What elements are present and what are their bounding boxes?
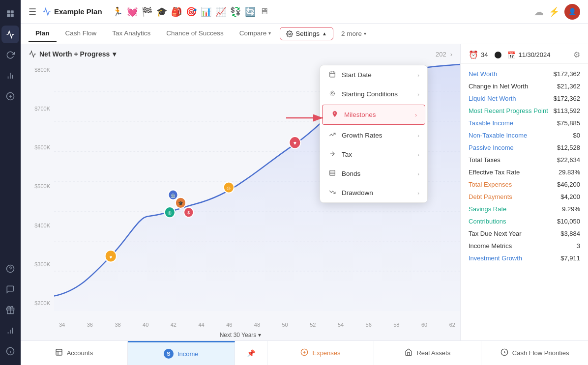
- metric-income-metrics: Income Metrics 3: [461, 240, 588, 252]
- svg-rect-53: [56, 349, 62, 355]
- dropdown-growth-rates[interactable]: Growth Rates ›: [320, 126, 427, 145]
- bottom-tab-expenses[interactable]: Expenses: [267, 341, 375, 365]
- tab-compare[interactable]: Compare ▾: [233, 26, 278, 42]
- metric-change-net-worth: Change in Net Worth $21,362: [461, 80, 588, 92]
- nav-icon-monitor[interactable]: 🖥: [260, 6, 268, 17]
- dropdown-start-date[interactable]: Start Date ›: [320, 65, 427, 84]
- nav-icon-refresh[interactable]: 🔄: [245, 6, 256, 17]
- metric-value-debt: $4,200: [560, 193, 580, 200]
- svg-text:◎: ◎: [168, 210, 172, 215]
- cloud-icon[interactable]: ☁: [534, 6, 544, 18]
- milestones-arrow: ›: [415, 112, 417, 118]
- nav-icon-bag[interactable]: 🎒: [171, 6, 182, 17]
- sidebar-refresh[interactable]: [1, 46, 19, 64]
- cashflow-priorities-label: Cash Flow Priorities: [512, 349, 569, 357]
- dropdown-bonds[interactable]: Bonds ›: [320, 164, 427, 183]
- x-label-62: 62: [449, 322, 455, 328]
- tab-tax[interactable]: Tax Analytics: [105, 26, 157, 42]
- chart-dropdown-arrow[interactable]: ▾: [113, 50, 116, 58]
- x-label-48: 48: [254, 322, 260, 328]
- sidebar-info[interactable]: [1, 342, 19, 360]
- accounts-icon: [55, 348, 63, 358]
- bottom-tab-cashflow-priorities[interactable]: Cash Flow Priorities: [481, 341, 588, 365]
- nav-icon-person[interactable]: 🏃: [112, 6, 123, 17]
- lightning-icon[interactable]: ⚡: [549, 6, 559, 17]
- svg-rect-3: [11, 14, 14, 17]
- y-label-600k: $600K: [21, 144, 50, 150]
- sidebar-home[interactable]: [1, 5, 19, 23]
- sidebar-question[interactable]: [1, 260, 19, 278]
- sidebar-add[interactable]: [1, 87, 19, 105]
- tab-success[interactable]: Chance of Success: [159, 26, 230, 42]
- metric-value-change: $21,362: [557, 83, 580, 90]
- bottom-tab-real-assets[interactable]: Real Assets: [374, 341, 481, 365]
- metric-value-passive: $12,528: [557, 144, 580, 151]
- tab-plan[interactable]: Plan: [29, 26, 57, 42]
- sidebar-dashboard[interactable]: [1, 26, 19, 43]
- y-label-700k: $700K: [21, 106, 50, 112]
- dropdown-milestones[interactable]: Milestones ›: [322, 105, 425, 125]
- svg-text:$: $: [187, 210, 190, 215]
- tab-cashflow[interactable]: Cash Flow: [59, 26, 104, 42]
- x-label-38: 38: [115, 322, 120, 328]
- dropdown-drawdown[interactable]: Drawdown ›: [320, 183, 427, 202]
- metric-liquid-net-worth: Liquid Net Worth $172,362: [461, 92, 588, 105]
- sidebar-analytics[interactable]: [1, 67, 19, 84]
- sidebar-chat[interactable]: [1, 281, 19, 298]
- bottom-tab-income[interactable]: S Income: [128, 341, 235, 365]
- x-title[interactable]: Next 30 Years ▾: [21, 332, 460, 338]
- bottom-tab-accounts[interactable]: Accounts: [21, 341, 128, 365]
- x-label-36: 36: [87, 322, 93, 328]
- x-label-44: 44: [198, 322, 204, 328]
- content-area: Net Worth + Progress ▾ 202 › $800K $700K…: [21, 44, 588, 340]
- nav-icon-chart1[interactable]: 📊: [201, 6, 211, 17]
- svg-rect-42: [330, 72, 335, 77]
- metric-label-income-metrics: Income Metrics: [469, 242, 512, 250]
- panel-settings-icon[interactable]: ⚙: [573, 50, 580, 59]
- start-date-icon: [328, 71, 337, 79]
- x-axis: 34 36 38 40 42 44 46 48 50 52 54 56 58 6…: [54, 322, 460, 328]
- metric-label-non-taxable: Non-Taxable Income: [469, 132, 527, 139]
- x-label-34: 34: [59, 322, 65, 328]
- metric-value-total-expenses: $46,200: [557, 181, 580, 188]
- tab-settings[interactable]: Settings ▲: [280, 27, 333, 40]
- nav-icon-chart2[interactable]: 📈: [215, 6, 226, 17]
- metric-value-contributions: $10,050: [557, 218, 580, 225]
- metric-taxable-income: Taxable Income $75,885: [461, 117, 588, 129]
- nav-icon-exchange[interactable]: 💱: [230, 6, 241, 17]
- sidebar-gift[interactable]: [1, 301, 19, 319]
- metric-value-total-taxes: $22,634: [557, 156, 580, 164]
- cashflow-priorities-icon: [500, 348, 508, 358]
- dropdown-starting-conditions[interactable]: Starting Conditions ›: [320, 84, 427, 104]
- metric-value-net-worth: $172,362: [554, 70, 580, 78]
- svg-rect-49: [330, 170, 335, 176]
- growth-rates-arrow: ›: [417, 133, 419, 139]
- date-value: 11/30/2024: [518, 51, 550, 58]
- age-icon: ⏰: [469, 50, 478, 59]
- tab-more[interactable]: 2 more ▾: [335, 26, 372, 41]
- metric-value-investment-growth: $7,911: [560, 254, 580, 262]
- nav-icon-heart[interactable]: 💓: [127, 6, 138, 17]
- right-panel-header: ⏰ 34 📅 11/30/2024 ⚙: [461, 44, 588, 64]
- svg-text:🎓: 🎓: [178, 200, 184, 206]
- sidebar-chart[interactable]: [1, 322, 19, 339]
- menu-icon[interactable]: ☰: [29, 6, 36, 17]
- chart-area: Net Worth + Progress ▾ 202 › $800K $700K…: [21, 44, 460, 340]
- nav-icon-target[interactable]: 🎯: [186, 6, 197, 17]
- metric-value-taxable: $75,885: [557, 119, 580, 127]
- y-label-200k: $200K: [21, 300, 50, 306]
- nav-icon-flag[interactable]: 🏁: [142, 6, 152, 17]
- user-avatar[interactable]: 👤: [564, 4, 580, 20]
- bonds-arrow: ›: [417, 171, 419, 177]
- main-content: ☰ Example Plan 🏃 💓 🏁 🎓 🎒 🎯 📊 📈 💱 🔄 🖥 ☁ ⚡…: [21, 0, 588, 365]
- chart-nav-arrow[interactable]: ›: [450, 51, 452, 58]
- x-label-50: 50: [282, 322, 288, 328]
- dropdown-tax[interactable]: Tax ›: [320, 145, 427, 164]
- metric-label-tax-due: Tax Due Next Year: [469, 230, 522, 237]
- metric-label-investment-growth: Investment Growth: [469, 254, 522, 262]
- metric-debt-payments: Debt Payments $4,200: [461, 191, 588, 203]
- metric-progress-point: Most Recent Progress Point $113,592: [461, 105, 588, 117]
- metric-non-taxable: Non-Taxable Income $0: [461, 129, 588, 141]
- nav-icon-cap[interactable]: 🎓: [156, 6, 167, 17]
- bottom-tab-pin[interactable]: 📌: [235, 341, 267, 365]
